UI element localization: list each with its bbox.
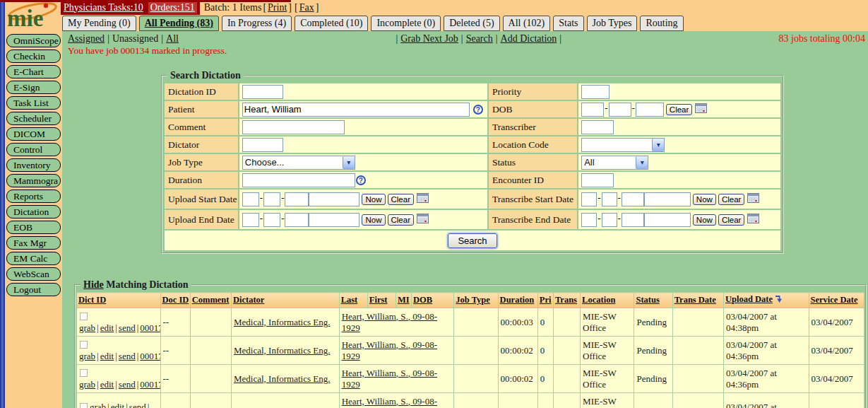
sidebar-item-task-list[interactable]: Task List <box>6 96 61 110</box>
row-checkbox[interactable] <box>80 312 88 320</box>
encounter-id-input[interactable] <box>581 173 614 187</box>
send-link[interactable]: send <box>119 379 136 390</box>
upload-end-month-input[interactable] <box>242 213 259 227</box>
location-code-select[interactable]: ▾ <box>581 138 665 152</box>
transcribe-end-month-input[interactable] <box>581 213 597 227</box>
tab-routing[interactable]: Routing <box>640 16 683 31</box>
dict-id-link[interactable]: 000173 <box>140 379 160 390</box>
tab-job-types[interactable]: Job Types <box>587 16 638 31</box>
help-icon[interactable]: ? <box>473 105 483 115</box>
dict-id-link[interactable]: 000174 <box>140 351 160 361</box>
search-link[interactable]: Search <box>466 33 493 44</box>
dictator-input[interactable] <box>242 138 283 152</box>
transcribe-start-time-input[interactable] <box>644 192 691 206</box>
search-button[interactable]: Search <box>448 233 497 248</box>
physicians-tasks-link[interactable]: Physicians Tasks:10 <box>64 2 143 13</box>
print-link[interactable]: Print <box>268 2 287 13</box>
sidebar-item-dictation[interactable]: Dictation <box>6 205 61 218</box>
assigned-link[interactable]: Assigned <box>68 33 105 44</box>
upload-start-clear-button[interactable]: Clear <box>388 194 414 205</box>
calendar-icon[interactable] <box>417 213 429 226</box>
upload-start-time-input[interactable] <box>309 192 359 206</box>
sidebar-item-webscan[interactable]: WebScan <box>6 267 61 281</box>
dob-month-input[interactable] <box>581 103 604 117</box>
transcribe-start-clear-button[interactable]: Clear <box>718 194 744 205</box>
orders-link[interactable]: Orders:151 <box>148 2 197 13</box>
upload-end-time-input[interactable] <box>309 213 359 227</box>
sidebar-item-inventory[interactable]: Inventory <box>6 158 61 172</box>
send-link[interactable]: send <box>119 322 136 333</box>
transcribe-end-now-button[interactable]: Now <box>693 214 716 226</box>
transcribe-end-time-input[interactable] <box>644 213 691 227</box>
unassigned-link[interactable]: Unassigned <box>112 33 158 44</box>
tab-all[interactable]: All (102) <box>503 16 551 31</box>
sort-descending-icon[interactable] <box>774 296 783 305</box>
all-link[interactable]: All <box>166 33 179 44</box>
calendar-icon[interactable] <box>747 192 759 206</box>
tab-my-pending[interactable]: My Pending (0) <box>62 16 136 31</box>
patient-link[interactable]: Heart, William, S., 09-08-1929 <box>342 368 437 390</box>
dob-day-input[interactable] <box>609 103 631 117</box>
upload-start-day-input[interactable] <box>263 192 280 206</box>
calendar-icon[interactable] <box>747 213 759 226</box>
patient-input[interactable] <box>242 103 470 117</box>
sidebar-item-fax-mgr[interactable]: Fax Mgr <box>6 236 61 250</box>
sidebar-item-omniscope[interactable]: OmniScope <box>6 34 61 47</box>
sidebar-item-dicom[interactable]: DICOM <box>6 127 61 141</box>
dob-year-input[interactable] <box>636 103 664 117</box>
transcriber-input[interactable] <box>581 120 614 134</box>
upload-start-month-input[interactable] <box>242 192 259 206</box>
dictation-id-input[interactable] <box>242 85 283 99</box>
upload-end-clear-button[interactable]: Clear <box>388 214 414 226</box>
transcribe-end-year-input[interactable] <box>622 213 644 227</box>
sidebar-item-eob[interactable]: EOB <box>6 221 61 234</box>
dictator-link[interactable]: Medical, Informatics Eng. <box>234 345 330 356</box>
sidebar-item-reports[interactable]: Reports <box>6 190 61 203</box>
dict-id-link[interactable]: 000175 <box>140 322 160 333</box>
priority-input[interactable] <box>581 85 610 99</box>
send-link[interactable]: send <box>119 351 136 361</box>
transcribe-start-year-input[interactable] <box>622 192 644 206</box>
sidebar-item-control[interactable]: Control <box>6 143 61 156</box>
tab-all-pending[interactable]: All Pending (83) <box>139 16 219 31</box>
patient-link[interactable]: Heart, William, S., 09-08-1929 <box>342 339 437 361</box>
patient-link[interactable]: Heart, William, S., 09-08-1929 <box>342 311 437 333</box>
sidebar-item-em-calc[interactable]: EM Calc <box>6 252 61 265</box>
grab-link[interactable]: grab <box>79 379 95 390</box>
transcribe-start-month-input[interactable] <box>581 192 597 206</box>
transcribe-start-now-button[interactable]: Now <box>693 194 716 205</box>
tab-in-progress[interactable]: In Progress (4) <box>222 16 292 31</box>
hide-link[interactable]: Hide <box>83 279 104 290</box>
job-type-select[interactable]: Choose...▾ <box>242 156 355 170</box>
sidebar-item-mammography[interactable]: Mammogra <box>6 174 61 187</box>
row-checkbox[interactable] <box>80 368 88 377</box>
sidebar-item-scheduler[interactable]: Scheduler <box>6 112 61 125</box>
fax-link[interactable]: Fax <box>299 2 314 13</box>
comment-input[interactable] <box>242 120 345 134</box>
sidebar-item-checkin[interactable]: Checkin <box>6 49 61 63</box>
grab-link[interactable]: grab <box>79 322 95 333</box>
upload-end-now-button[interactable]: Now <box>362 214 385 226</box>
transcribe-end-day-input[interactable] <box>602 213 617 227</box>
upload-end-day-input[interactable] <box>263 213 280 227</box>
grab-link[interactable]: grab <box>90 402 106 408</box>
row-checkbox[interactable] <box>80 340 88 349</box>
dictator-link[interactable]: Medical, Informatics Eng. <box>234 317 330 327</box>
calendar-icon[interactable] <box>695 103 707 116</box>
edit-link[interactable]: edit <box>100 351 114 361</box>
upload-end-year-input[interactable] <box>285 213 309 227</box>
dictator-link[interactable]: Medical, Informatics Eng. <box>234 373 330 384</box>
transcribe-start-day-input[interactable] <box>602 192 617 206</box>
transcribe-end-clear-button[interactable]: Clear <box>718 214 744 226</box>
edit-link[interactable]: edit <box>100 379 114 390</box>
tab-completed[interactable]: Completed (10) <box>295 16 368 31</box>
tab-incomplete[interactable]: Incomplete (0) <box>371 16 441 31</box>
sidebar-item-e-sign[interactable]: E-Sign <box>6 81 61 94</box>
grab-link[interactable]: grab <box>79 351 95 361</box>
patient-link[interactable]: Heart, William, S., 09-08-1929 <box>342 396 437 408</box>
upload-start-year-input[interactable] <box>285 192 309 206</box>
edit-link[interactable]: edit <box>111 402 125 408</box>
row-checkbox[interactable] <box>80 402 88 408</box>
sidebar-item-e-chart[interactable]: E-Chart <box>6 65 61 78</box>
mie-logo[interactable]: mie <box>5 2 61 31</box>
